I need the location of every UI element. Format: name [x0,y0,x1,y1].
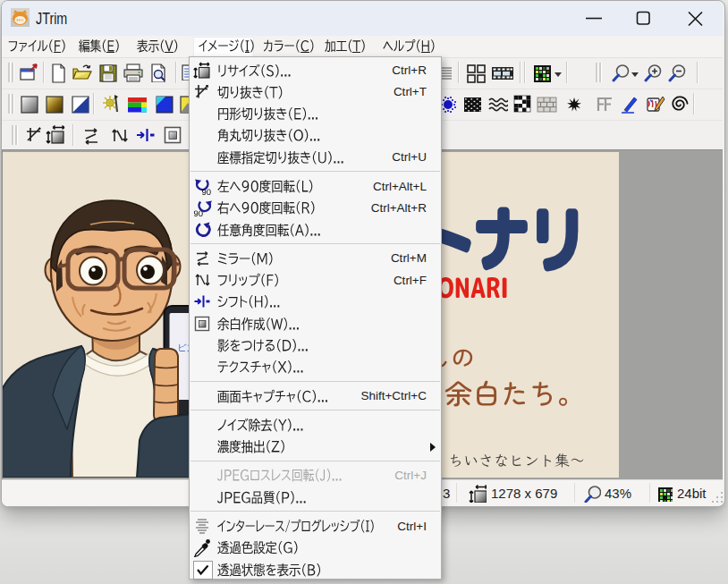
svg-text:JTrim: JTrim [14,18,25,22]
